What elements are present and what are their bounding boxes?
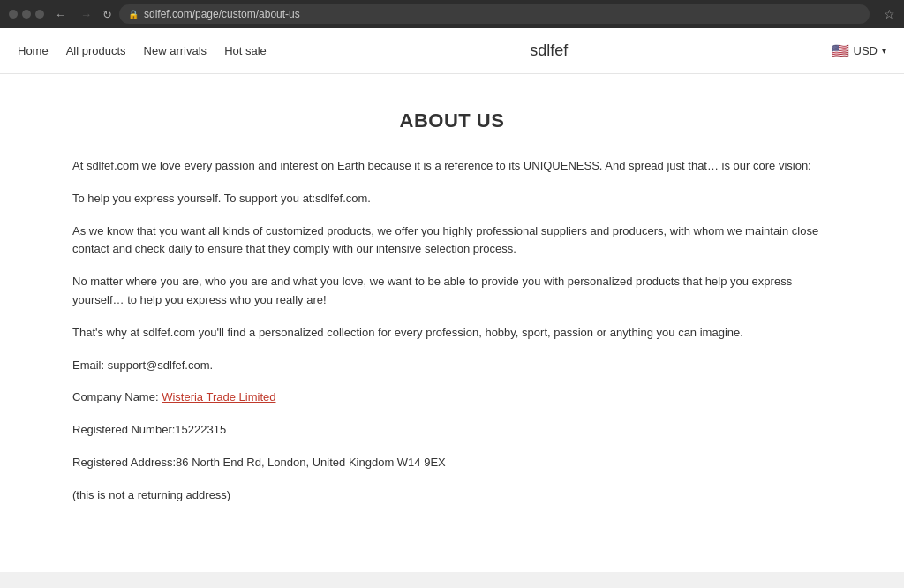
- paragraph-4: No matter where you are, who you are and…: [72, 273, 832, 310]
- footer: Footer menu RETURN POLICY CONTACT US TER…: [0, 572, 904, 588]
- registered-number-line: Registered Number:15222315: [72, 421, 832, 440]
- nav-hot-sale[interactable]: Hot sale: [224, 44, 267, 57]
- browser-dots: [9, 10, 44, 19]
- forward-button[interactable]: →: [77, 6, 95, 23]
- flag-icon: 🇺🇸: [832, 42, 849, 59]
- browser-dot-1: [9, 10, 18, 19]
- registered-address-line: Registered Address:86 North End Rd, Lond…: [72, 454, 832, 472]
- bookmark-icon[interactable]: ☆: [884, 7, 895, 21]
- currency-selector[interactable]: 🇺🇸 USD ▾: [832, 42, 886, 59]
- paragraph-3: As we know that you want all kinds of cu…: [72, 222, 832, 260]
- paragraph-5: That's why at sdlfef.com you'll find a p…: [72, 324, 832, 343]
- nav-home[interactable]: Home: [18, 44, 49, 57]
- url-bar[interactable]: 🔒 sdlfef.com/page/custom/about-us: [119, 4, 870, 24]
- about-content: At sdlfef.com we love every passion and …: [72, 157, 832, 505]
- chevron-down-icon: ▾: [882, 46, 886, 56]
- paragraph-2: To help you express yourself. To support…: [72, 190, 832, 208]
- url-text: sdlfef.com/page/custom/about-us: [144, 8, 300, 20]
- back-button[interactable]: ←: [51, 6, 70, 23]
- main-content: ABOUT US At sdlfef.com we love every pas…: [55, 74, 849, 572]
- nav-new-arrivals[interactable]: New arrivals: [144, 44, 207, 57]
- browser-chrome: ← → ↻ 🔒 sdlfef.com/page/custom/about-us …: [0, 0, 904, 28]
- company-name-link[interactable]: Wisteria Trade Limited: [162, 390, 275, 403]
- browser-dot-2: [22, 10, 31, 19]
- page-title: ABOUT US: [72, 109, 832, 132]
- refresh-icon[interactable]: ↻: [102, 8, 112, 21]
- lock-icon: 🔒: [128, 10, 139, 19]
- brand-name: sdlfef: [267, 41, 832, 60]
- nav-all-products[interactable]: All products: [66, 44, 126, 57]
- returning-address-note: (this is not a returning address): [72, 486, 832, 505]
- email-line: Email: support@sdlfef.com.: [72, 357, 832, 375]
- company-name-label: Company Name:: [72, 390, 162, 403]
- browser-dot-3: [35, 10, 44, 19]
- nav-links: Home All products New arrivals Hot sale: [18, 44, 267, 57]
- nav-bar: Home All products New arrivals Hot sale …: [0, 28, 904, 74]
- company-name-line: Company Name: Wisteria Trade Limited: [72, 388, 832, 407]
- paragraph-1: At sdlfef.com we love every passion and …: [72, 157, 832, 176]
- currency-label: USD: [854, 44, 878, 57]
